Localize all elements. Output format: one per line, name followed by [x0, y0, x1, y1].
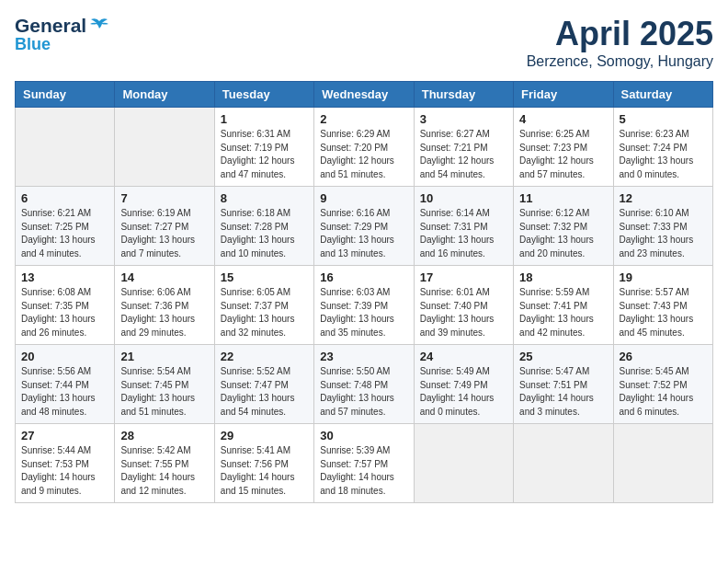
calendar-cell: 23Sunrise: 5:50 AM Sunset: 7:48 PM Dayli…	[314, 345, 414, 424]
calendar-cell: 8Sunrise: 6:18 AM Sunset: 7:28 PM Daylig…	[214, 187, 313, 266]
weekday-header-wednesday: Wednesday	[314, 82, 414, 108]
day-info: Sunrise: 5:52 AM Sunset: 7:47 PM Dayligh…	[221, 365, 308, 419]
day-info: Sunrise: 5:54 AM Sunset: 7:45 PM Dayligh…	[120, 365, 208, 419]
day-info: Sunrise: 6:05 AM Sunset: 7:37 PM Dayligh…	[221, 286, 308, 339]
day-number: 20	[21, 350, 108, 363]
day-number: 19	[620, 270, 707, 284]
day-info: Sunrise: 6:03 AM Sunset: 7:39 PM Dayligh…	[320, 286, 407, 339]
day-info: Sunrise: 5:50 AM Sunset: 7:48 PM Dayligh…	[320, 365, 407, 419]
calendar-cell: 30Sunrise: 5:39 AM Sunset: 7:57 PM Dayli…	[314, 424, 414, 503]
calendar-cell: 27Sunrise: 5:44 AM Sunset: 7:53 PM Dayli…	[16, 424, 115, 503]
day-number: 10	[420, 191, 507, 205]
calendar-header-row: SundayMondayTuesdayWednesdayThursdayFrid…	[16, 82, 713, 108]
calendar-cell: 14Sunrise: 6:06 AM Sunset: 7:36 PM Dayli…	[115, 266, 214, 345]
calendar-cell: 16Sunrise: 6:03 AM Sunset: 7:39 PM Dayli…	[314, 266, 414, 345]
calendar-cell: 2Sunrise: 6:29 AM Sunset: 7:20 PM Daylig…	[314, 108, 414, 187]
calendar-cell	[514, 424, 613, 503]
day-info: Sunrise: 5:59 AM Sunset: 7:41 PM Dayligh…	[519, 286, 607, 339]
day-info: Sunrise: 6:12 AM Sunset: 7:32 PM Dayligh…	[519, 207, 607, 260]
day-number: 17	[420, 270, 507, 284]
day-number: 23	[320, 350, 407, 363]
calendar-cell: 26Sunrise: 5:45 AM Sunset: 7:52 PM Dayli…	[613, 345, 712, 424]
calendar-cell	[414, 424, 513, 503]
day-number: 7	[120, 191, 208, 205]
day-info: Sunrise: 5:42 AM Sunset: 7:55 PM Dayligh…	[120, 444, 208, 498]
calendar-cell: 10Sunrise: 6:14 AM Sunset: 7:31 PM Dayli…	[414, 187, 513, 266]
day-number: 15	[221, 270, 308, 284]
day-number: 24	[420, 350, 507, 363]
day-number: 12	[620, 191, 707, 205]
calendar-cell: 12Sunrise: 6:10 AM Sunset: 7:33 PM Dayli…	[613, 187, 712, 266]
day-info: Sunrise: 6:01 AM Sunset: 7:40 PM Dayligh…	[420, 286, 507, 339]
calendar-cell: 7Sunrise: 6:19 AM Sunset: 7:27 PM Daylig…	[115, 187, 214, 266]
calendar-cell: 9Sunrise: 6:16 AM Sunset: 7:29 PM Daylig…	[314, 187, 414, 266]
day-number: 13	[21, 270, 108, 284]
day-number: 18	[519, 270, 607, 284]
day-info: Sunrise: 6:16 AM Sunset: 7:29 PM Dayligh…	[320, 207, 407, 260]
calendar-cell: 3Sunrise: 6:27 AM Sunset: 7:21 PM Daylig…	[414, 108, 513, 187]
day-number: 26	[620, 350, 707, 363]
day-info: Sunrise: 5:44 AM Sunset: 7:53 PM Dayligh…	[21, 444, 108, 498]
title-block: April 2025 Berzence, Somogy, Hungary	[527, 15, 713, 70]
day-number: 29	[221, 429, 308, 442]
calendar-week-5: 27Sunrise: 5:44 AM Sunset: 7:53 PM Dayli…	[16, 424, 713, 503]
calendar-cell: 18Sunrise: 5:59 AM Sunset: 7:41 PM Dayli…	[514, 266, 613, 345]
day-info: Sunrise: 6:10 AM Sunset: 7:33 PM Dayligh…	[620, 207, 707, 260]
location-title: Berzence, Somogy, Hungary	[527, 53, 713, 70]
calendar-cell: 6Sunrise: 6:21 AM Sunset: 7:25 PM Daylig…	[16, 187, 115, 266]
day-info: Sunrise: 5:56 AM Sunset: 7:44 PM Dayligh…	[21, 365, 108, 419]
calendar-cell: 25Sunrise: 5:47 AM Sunset: 7:51 PM Dayli…	[514, 345, 613, 424]
day-info: Sunrise: 6:18 AM Sunset: 7:28 PM Dayligh…	[221, 207, 308, 260]
calendar-cell: 22Sunrise: 5:52 AM Sunset: 7:47 PM Dayli…	[214, 345, 313, 424]
day-number: 14	[120, 270, 208, 284]
calendar-cell: 11Sunrise: 6:12 AM Sunset: 7:32 PM Dayli…	[514, 187, 613, 266]
calendar-cell: 21Sunrise: 5:54 AM Sunset: 7:45 PM Dayli…	[115, 345, 214, 424]
day-info: Sunrise: 6:21 AM Sunset: 7:25 PM Dayligh…	[21, 207, 108, 260]
day-number: 22	[221, 350, 308, 363]
day-number: 11	[519, 191, 607, 205]
day-info: Sunrise: 5:49 AM Sunset: 7:49 PM Dayligh…	[420, 365, 507, 419]
day-info: Sunrise: 6:27 AM Sunset: 7:21 PM Dayligh…	[420, 128, 507, 181]
day-info: Sunrise: 6:29 AM Sunset: 7:20 PM Dayligh…	[320, 128, 407, 181]
day-number: 6	[21, 191, 108, 205]
day-info: Sunrise: 5:39 AM Sunset: 7:57 PM Dayligh…	[320, 444, 407, 498]
calendar-week-2: 6Sunrise: 6:21 AM Sunset: 7:25 PM Daylig…	[16, 187, 713, 266]
calendar-cell: 29Sunrise: 5:41 AM Sunset: 7:56 PM Dayli…	[214, 424, 313, 503]
page-header: General Blue April 2025 Berzence, Somogy…	[15, 15, 713, 70]
calendar-cell: 28Sunrise: 5:42 AM Sunset: 7:55 PM Dayli…	[115, 424, 214, 503]
calendar-table: SundayMondayTuesdayWednesdayThursdayFrid…	[15, 81, 713, 503]
calendar-cell	[115, 108, 214, 187]
calendar-cell: 20Sunrise: 5:56 AM Sunset: 7:44 PM Dayli…	[16, 345, 115, 424]
day-info: Sunrise: 6:23 AM Sunset: 7:24 PM Dayligh…	[620, 128, 707, 181]
logo: General Blue	[15, 15, 109, 52]
calendar-cell: 19Sunrise: 5:57 AM Sunset: 7:43 PM Dayli…	[613, 266, 712, 345]
day-number: 2	[320, 112, 407, 126]
logo-general-text: General	[15, 15, 86, 36]
day-info: Sunrise: 6:25 AM Sunset: 7:23 PM Dayligh…	[519, 128, 607, 181]
day-number: 28	[120, 429, 208, 442]
day-number: 25	[519, 350, 607, 363]
day-info: Sunrise: 5:47 AM Sunset: 7:51 PM Dayligh…	[519, 365, 607, 419]
calendar-cell	[613, 424, 712, 503]
calendar-cell: 4Sunrise: 6:25 AM Sunset: 7:23 PM Daylig…	[514, 108, 613, 187]
day-info: Sunrise: 6:08 AM Sunset: 7:35 PM Dayligh…	[21, 286, 108, 339]
day-number: 8	[221, 191, 308, 205]
weekday-header-saturday: Saturday	[613, 82, 712, 108]
calendar-week-1: 1Sunrise: 6:31 AM Sunset: 7:19 PM Daylig…	[16, 108, 713, 187]
day-info: Sunrise: 6:06 AM Sunset: 7:36 PM Dayligh…	[120, 286, 208, 339]
day-number: 30	[320, 429, 407, 442]
calendar-cell: 5Sunrise: 6:23 AM Sunset: 7:24 PM Daylig…	[613, 108, 712, 187]
calendar-week-3: 13Sunrise: 6:08 AM Sunset: 7:35 PM Dayli…	[16, 266, 713, 345]
calendar-cell: 15Sunrise: 6:05 AM Sunset: 7:37 PM Dayli…	[214, 266, 313, 345]
day-number: 27	[21, 429, 108, 442]
day-number: 9	[320, 191, 407, 205]
day-number: 4	[519, 112, 607, 126]
weekday-header-monday: Monday	[115, 82, 214, 108]
day-number: 5	[620, 112, 707, 126]
calendar-cell	[16, 108, 115, 187]
day-number: 16	[320, 270, 407, 284]
calendar-cell: 13Sunrise: 6:08 AM Sunset: 7:35 PM Dayli…	[16, 266, 115, 345]
calendar-cell: 24Sunrise: 5:49 AM Sunset: 7:49 PM Dayli…	[414, 345, 513, 424]
day-info: Sunrise: 6:31 AM Sunset: 7:19 PM Dayligh…	[221, 128, 308, 181]
logo-blue-text: Blue	[15, 36, 109, 52]
